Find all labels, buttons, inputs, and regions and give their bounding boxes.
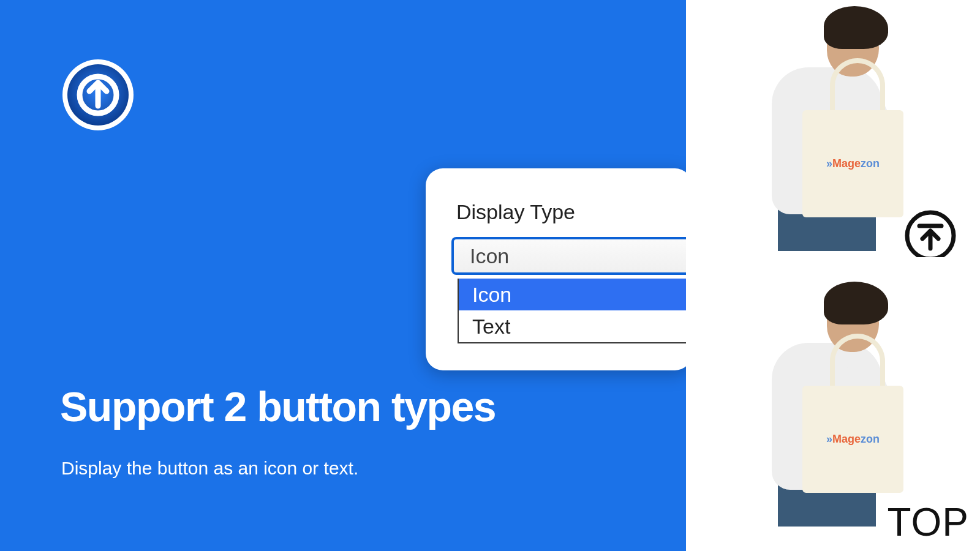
preview-tile-icon: »Magezon: [686, 0, 980, 257]
preview-column: »Magezon »Magezon TOP: [686, 0, 980, 551]
display-type-options: Icon Text: [458, 279, 692, 343]
app-logo: [61, 58, 135, 132]
product-image: »Magezon: [735, 282, 931, 527]
bag-brand-logo: »Magezon: [826, 157, 880, 170]
display-type-option-text[interactable]: Text: [459, 310, 692, 342]
feature-subhead: Display the button as an icon or text.: [61, 458, 358, 479]
scroll-to-top-text-button[interactable]: TOP: [888, 500, 969, 545]
product-image: »Magezon: [735, 6, 931, 251]
feature-panel: Support 2 button types Display the butto…: [0, 0, 686, 551]
display-type-selected-value: Icon: [470, 244, 509, 268]
tote-bag: »Magezon: [802, 110, 903, 217]
display-type-card: Display Type Icon Icon Text: [426, 168, 692, 370]
scroll-to-top-icon-button[interactable]: [904, 209, 957, 262]
display-type-select[interactable]: Icon: [451, 237, 692, 275]
display-type-option-icon[interactable]: Icon: [459, 279, 692, 310]
bag-brand-logo: »Magezon: [826, 433, 880, 446]
tote-bag: »Magezon: [802, 386, 903, 493]
feature-headline: Support 2 button types: [60, 383, 496, 430]
display-type-label: Display Type: [456, 200, 575, 224]
